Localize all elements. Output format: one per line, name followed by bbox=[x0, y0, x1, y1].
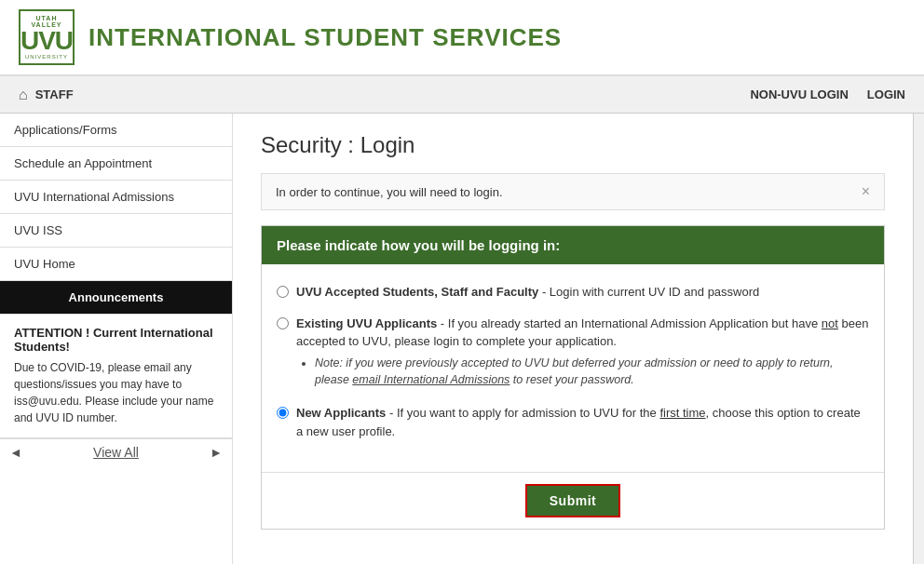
sidebar-announcement: ATTENTION ! Current International Studen… bbox=[0, 315, 232, 438]
sidebar-item-iss[interactable]: UVU ISS bbox=[0, 214, 232, 248]
login-link[interactable]: LOGIN bbox=[867, 87, 905, 101]
submit-button[interactable]: Submit bbox=[525, 484, 620, 517]
radio-label-uvu-accepted: UVU Accepted Students, Staff and Faculty… bbox=[296, 283, 759, 302]
sidebar-nav-arrows: ◄ View All ► bbox=[0, 438, 232, 465]
sidebar-item-announcements[interactable]: Announcements bbox=[0, 281, 232, 315]
radio-option-uvu-accepted: UVU Accepted Students, Staff and Faculty… bbox=[277, 283, 869, 302]
non-uvu-login-link[interactable]: NON-UVU LOGIN bbox=[750, 87, 848, 101]
announcement-title: ATTENTION ! Current International Studen… bbox=[14, 326, 218, 354]
logo-area: UTAH VALLEY UVU UNIVERSITY INTERNATIONAL… bbox=[19, 9, 562, 65]
content-area: Security : Login In order to continue, y… bbox=[233, 114, 913, 564]
sidebar-item-home[interactable]: UVU Home bbox=[0, 248, 232, 281]
sidebar: Applications/Forms Schedule an Appointme… bbox=[0, 114, 233, 564]
site-title: INTERNATIONAL STUDENT SERVICES bbox=[88, 23, 562, 52]
sidebar-item-admissions[interactable]: UVU International Admissions bbox=[0, 181, 232, 214]
login-panel-body: UVU Accepted Students, Staff and Faculty… bbox=[262, 264, 884, 472]
info-message: In order to continue, you will need to l… bbox=[276, 185, 503, 199]
radio-new-applicant[interactable] bbox=[277, 407, 289, 419]
staff-label: STAFF bbox=[35, 87, 74, 101]
login-panel-header: Please indicate how you will be logging … bbox=[262, 226, 884, 264]
close-button[interactable]: × bbox=[862, 183, 870, 200]
radio-option-existing: Existing UVU Applicants - If you already… bbox=[277, 315, 869, 392]
radio-option-new: New Applicants - If you want to apply fo… bbox=[277, 404, 869, 440]
uvu-logo: UTAH VALLEY UVU UNIVERSITY bbox=[19, 9, 75, 65]
view-all-link[interactable]: View All bbox=[93, 445, 139, 460]
info-box: In order to continue, you will need to l… bbox=[261, 173, 885, 210]
navbar-right: NON-UVU LOGIN LOGIN bbox=[750, 87, 905, 101]
navbar-left: ⌂ STAFF bbox=[19, 87, 74, 103]
page-title: Security : Login bbox=[261, 132, 885, 158]
home-icon[interactable]: ⌂ bbox=[19, 87, 28, 103]
next-arrow[interactable]: ► bbox=[210, 445, 223, 460]
announcement-body: Due to COVID-19, please email any questi… bbox=[14, 359, 218, 426]
navbar: ⌂ STAFF NON-UVU LOGIN LOGIN bbox=[0, 76, 924, 114]
submit-area: Submit bbox=[262, 472, 884, 529]
sidebar-item-applications[interactable]: Applications/Forms bbox=[0, 114, 232, 147]
login-panel: Please indicate how you will be logging … bbox=[261, 225, 885, 530]
sidebar-item-schedule[interactable]: Schedule an Appointment bbox=[0, 147, 232, 181]
radio-label-new: New Applicants - If you want to apply fo… bbox=[296, 404, 869, 440]
logo-bottom-text: UNIVERSITY bbox=[25, 54, 68, 60]
logo-uvu-text: UVU bbox=[20, 28, 73, 54]
radio-label-existing: Existing UVU Applicants - If you already… bbox=[296, 315, 869, 392]
prev-arrow[interactable]: ◄ bbox=[9, 445, 22, 460]
header: UTAH VALLEY UVU UNIVERSITY INTERNATIONAL… bbox=[0, 0, 924, 76]
radio-existing-applicant[interactable] bbox=[277, 317, 289, 329]
main-layout: Applications/Forms Schedule an Appointme… bbox=[0, 114, 924, 564]
radio-uvu-accepted[interactable] bbox=[277, 286, 289, 298]
scrollbar[interactable] bbox=[913, 114, 924, 564]
